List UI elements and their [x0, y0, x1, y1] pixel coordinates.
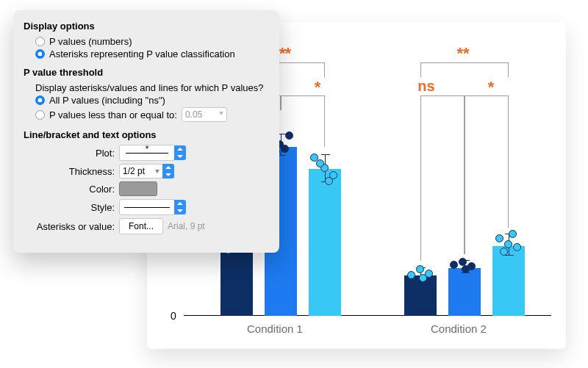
display-opt-pvalues[interactable]: P values (numbers)	[35, 36, 269, 47]
sig-g2-bc: *	[476, 78, 506, 97]
scatter-dot	[462, 265, 470, 273]
radio-icon	[35, 49, 45, 59]
scatter-dot	[281, 145, 289, 153]
threshold-heading: P value threshold	[24, 67, 269, 78]
y-zero-label: 0	[171, 310, 176, 322]
display-opt-asterisks[interactable]: Asterisks representing P value classific…	[35, 48, 269, 59]
xcat-condition-1: Condition 1	[247, 322, 303, 335]
display-opt-pvalues-label: P values (numbers)	[49, 36, 132, 47]
bar-g1-c	[309, 169, 341, 316]
radio-icon	[35, 110, 45, 120]
chevron-down-icon	[155, 170, 159, 173]
display-opt-asterisks-label: Asterisks representing P value classific…	[49, 48, 235, 59]
scatter-dot	[316, 159, 324, 167]
radio-icon	[35, 95, 45, 105]
threshold-opt-lte-label: P values less than or equal to:	[49, 109, 177, 120]
scatter-dot	[416, 265, 424, 273]
thickness-input[interactable]: 1/2 pt	[119, 164, 163, 178]
threshold-prompt: Display asterisks/values and lines for w…	[35, 82, 269, 93]
sig-g2-ac: **	[448, 44, 478, 63]
scatter-dot	[509, 230, 517, 238]
line-opts-heading: Line/bracket and text options	[24, 129, 269, 140]
bar-g2-b	[448, 268, 481, 316]
bar-g2-c	[492, 246, 525, 316]
sig-g2-ab: ns	[412, 78, 441, 95]
color-swatch[interactable]	[119, 181, 157, 196]
scatter-dot	[504, 240, 512, 248]
thickness-stepper[interactable]	[162, 164, 174, 178]
display-options-heading: Display options	[24, 21, 269, 32]
style-label: Style:	[26, 202, 119, 213]
font-button[interactable]: Font...	[119, 218, 163, 234]
plot-stepper[interactable]	[174, 145, 186, 160]
threshold-opt-lte[interactable]: P values less than or equal to: 0.05	[35, 107, 269, 122]
asterisks-label: Asterisks or value:	[26, 221, 119, 232]
scatter-dot	[419, 274, 427, 282]
xcat-condition-2: Condition 2	[431, 322, 487, 335]
style-stepper[interactable]	[174, 200, 186, 214]
options-panel: Display options P values (numbers) Aster…	[13, 10, 279, 253]
scatter-dot	[450, 261, 458, 269]
scatter-dot	[325, 177, 333, 185]
scatter-dot	[513, 243, 521, 251]
plot-style-select[interactable]	[119, 145, 175, 161]
bar-g1-a	[220, 250, 253, 316]
scatter-dot	[500, 248, 508, 256]
threshold-value-select[interactable]: 0.05	[182, 107, 227, 122]
thickness-label: Thickness:	[26, 166, 119, 177]
threshold-opt-all[interactable]: All P values (including "ns")	[35, 95, 269, 106]
plot-label: Plot:	[26, 148, 119, 159]
threshold-opt-all-label: All P values (including "ns")	[49, 95, 165, 106]
scatter-dot	[495, 234, 503, 242]
sig-g1-bc: *	[295, 78, 340, 97]
font-desc: Arial, 9 pt	[168, 221, 205, 231]
chevron-down-icon	[219, 112, 223, 115]
color-label: Color:	[26, 184, 119, 195]
line-style-select[interactable]	[119, 199, 175, 215]
scatter-dot	[285, 131, 293, 140]
scatter-dot	[407, 271, 415, 279]
radio-icon	[35, 37, 45, 46]
